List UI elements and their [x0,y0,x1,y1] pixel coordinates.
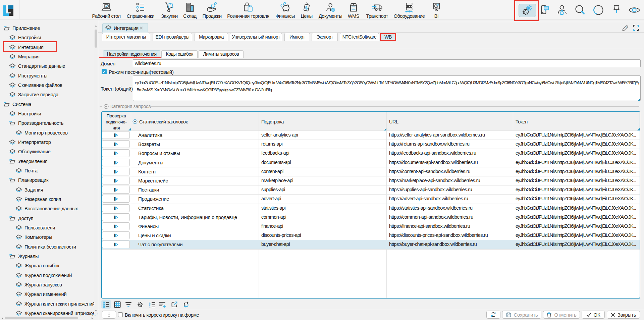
svg-text:3: 3 [149,306,151,308]
svg-text:2: 2 [149,304,151,306]
svg-text:$: $ [305,5,308,10]
svg-text:1: 1 [149,302,151,304]
